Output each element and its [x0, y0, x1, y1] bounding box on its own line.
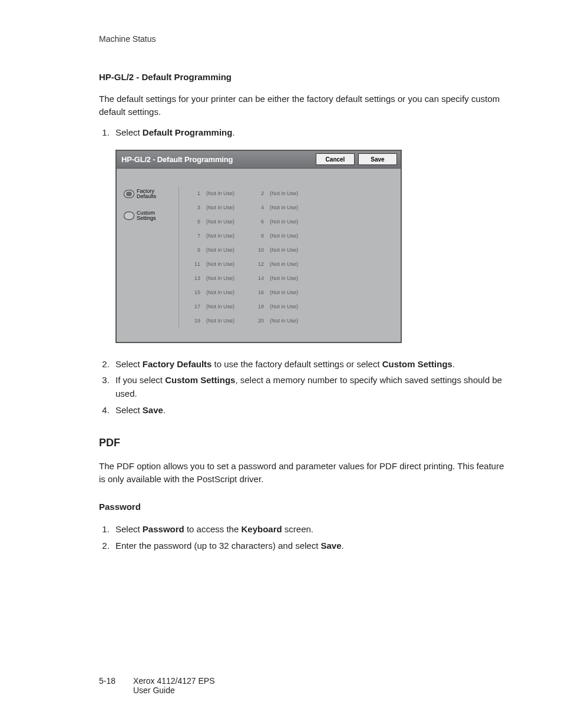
embedded-dialog: HP-GL/2 - Default Programming Cancel Sav…	[115, 150, 402, 343]
dialog-body: Factory Defaults Custom Settings 1(Not i…	[117, 169, 401, 342]
slot-value: (Not in Use)	[270, 190, 313, 196]
running-header: Machine Status	[99, 34, 509, 44]
section-heading-password: Password	[99, 502, 509, 512]
footer-line-2: User Guide	[133, 686, 215, 695]
pdf-intro: The PDF option allows you to set a passw…	[99, 460, 509, 486]
slot-number[interactable]: 16	[253, 289, 266, 295]
radio-icon	[124, 190, 134, 198]
slot-value: (Not in Use)	[270, 261, 313, 267]
steps-list-3: Select Password to access the Keyboard s…	[99, 522, 509, 552]
slot-number[interactable]: 13	[190, 275, 203, 281]
slot-value: (Not in Use)	[206, 190, 250, 196]
steps-list-2: Select Factory Defaults to use the facto…	[99, 357, 509, 417]
slot-value: (Not in Use)	[206, 304, 250, 309]
step-item: Select Default Programming.	[112, 126, 509, 139]
radio-group: Factory Defaults Custom Settings	[120, 186, 179, 328]
slot-value: (Not in Use)	[270, 219, 313, 225]
step-item: Select Factory Defaults to use the facto…	[112, 357, 509, 371]
memory-slot-grid: 1(Not in Use)2(Not in Use)3(Not in Use)4…	[179, 186, 395, 328]
slot-number[interactable]: 15	[190, 289, 203, 295]
slot-value: (Not in Use)	[270, 205, 313, 210]
slot-number[interactable]: 11	[190, 261, 203, 267]
section-heading-hpgl2: HP-GL/2 - Default Programming	[99, 72, 509, 82]
slot-number[interactable]: 7	[190, 233, 203, 239]
save-button[interactable]: Save	[358, 153, 397, 165]
slot-value: (Not in Use)	[270, 275, 313, 281]
slot-value: (Not in Use)	[206, 205, 250, 210]
page-number: 5-18	[99, 676, 119, 695]
intro-paragraph: The default settings for your printer ca…	[99, 93, 509, 118]
slot-number[interactable]: 5	[190, 219, 203, 225]
radio-custom-settings[interactable]: Custom Settings	[120, 210, 178, 222]
dialog-titlebar: HP-GL/2 - Default Programming Cancel Sav…	[117, 151, 401, 169]
step-item: If you select Custom Settings, select a …	[112, 373, 509, 401]
slot-number[interactable]: 18	[253, 304, 266, 309]
slot-number[interactable]: 17	[190, 304, 203, 309]
slot-number[interactable]: 9	[190, 247, 203, 253]
step-item: Enter the password (up to 32 characters)…	[112, 539, 509, 552]
slot-value: (Not in Use)	[270, 289, 313, 295]
slot-number[interactable]: 14	[253, 275, 266, 281]
slot-number[interactable]: 3	[190, 205, 203, 210]
slot-value: (Not in Use)	[206, 318, 250, 324]
slot-value: (Not in Use)	[270, 318, 313, 324]
slot-value: (Not in Use)	[270, 233, 313, 239]
footer-line-1: Xerox 4112/4127 EPS	[133, 676, 215, 686]
slot-value: (Not in Use)	[206, 289, 250, 295]
slot-value: (Not in Use)	[270, 247, 313, 253]
slot-value: (Not in Use)	[270, 304, 313, 309]
slot-number[interactable]: 2	[253, 190, 266, 196]
slot-number[interactable]: 20	[253, 318, 266, 324]
section-heading-pdf: PDF	[99, 437, 509, 449]
slot-number[interactable]: 10	[253, 247, 266, 253]
slot-value: (Not in Use)	[206, 219, 250, 225]
slot-number[interactable]: 1	[190, 190, 203, 196]
slot-value: (Not in Use)	[206, 261, 250, 267]
radio-factory-defaults[interactable]: Factory Defaults	[120, 189, 178, 200]
slot-number[interactable]: 19	[190, 318, 203, 324]
radio-icon	[124, 212, 134, 220]
slot-value: (Not in Use)	[206, 233, 250, 239]
slot-number[interactable]: 12	[253, 261, 266, 267]
cancel-button[interactable]: Cancel	[316, 153, 355, 165]
slot-number[interactable]: 8	[253, 233, 266, 239]
page-footer: 5-18 Xerox 4112/4127 EPS User Guide	[99, 676, 215, 695]
document-page: Machine Status HP-GL/2 - Default Program…	[0, 0, 562, 728]
slot-value: (Not in Use)	[206, 247, 250, 253]
slot-value: (Not in Use)	[206, 275, 250, 281]
slot-number[interactable]: 6	[253, 219, 266, 225]
dialog-title: HP-GL/2 - Default Programming	[121, 155, 312, 164]
slot-number[interactable]: 4	[253, 205, 266, 210]
steps-list-1: Select Default Programming.	[99, 126, 509, 139]
step-item: Select Save.	[112, 403, 509, 417]
step-item: Select Password to access the Keyboard s…	[112, 522, 509, 536]
